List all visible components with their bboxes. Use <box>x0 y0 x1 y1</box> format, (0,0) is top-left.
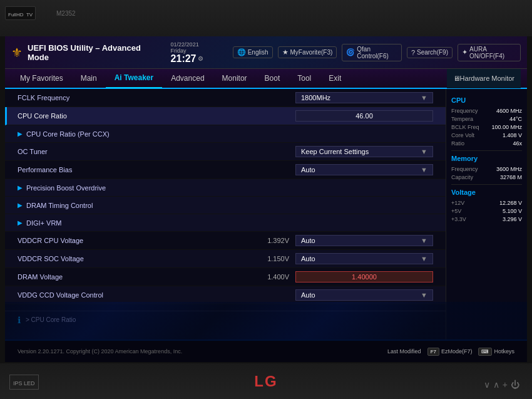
performance-bias-label: Performance Bias <box>18 166 295 174</box>
footer-bar: Version 2.20.1271. Copyright (C) 2020 Am… <box>5 339 527 362</box>
aura-icon: ✦ <box>462 48 468 56</box>
hw-mem-cap-row: Capacity 32768 M <box>451 174 522 180</box>
hw-core-volt-row: Core Volt 1.408 V <box>451 132 522 138</box>
footer-copyright: Version 2.20.1271. Copyright (C) 2020 Am… <box>18 348 182 355</box>
nav-main[interactable]: Main <box>72 68 106 88</box>
fclk-frequency-row: FCLK Frequency 1800MHz ▼ <box>5 89 446 107</box>
power-icon[interactable]: ⏻ <box>511 380 519 390</box>
performance-bias-dropdown[interactable]: Auto ▼ <box>295 164 433 175</box>
hw-33v-label: +3.3V <box>451 216 466 222</box>
cpu-core-ratio-row: CPU Core Ratio 46.00 <box>5 107 446 125</box>
nav-tool[interactable]: Tool <box>289 68 320 88</box>
dropdown-arrow-icon: ▼ <box>421 255 427 262</box>
vddcr-cpu-dropdown[interactable]: Auto ▼ <box>295 235 433 246</box>
myfavorite-button[interactable]: ★ MyFavorite(F3) <box>278 46 337 58</box>
ez-mode-btn[interactable]: F7 EzMode(F7) <box>427 348 473 356</box>
ips-led-badge: IPS LED <box>9 375 39 390</box>
vddcr-soc-row: VDDCR SOC Voltage 1.150V Auto ▼ <box>5 250 446 268</box>
hw-ratio-row: Ratio 46x <box>451 140 522 147</box>
fullhd-label: FullHD <box>8 12 23 18</box>
date-line: 01/22/2021 Friday <box>171 41 217 54</box>
nav-menu: My Favorites Main Ai Tweaker Advanced Mo… <box>5 69 527 89</box>
vddcr-soc-value[interactable]: Auto ▼ <box>295 253 433 264</box>
digi-vrm-row[interactable]: ▶ DIGI+ VRM <box>5 214 446 232</box>
monitor-bottom: IPS LED LG ∨ ∧ + ⏻ <box>0 363 532 399</box>
tv-label: TV <box>26 12 33 18</box>
hw-core-volt-label: Core Volt <box>451 132 474 138</box>
nav-ai-tweaker[interactable]: Ai Tweaker <box>106 68 162 88</box>
dram-timing-label: DRAM Timing Control <box>26 202 433 209</box>
aura-label: AURA ON/OFF(F4) <box>469 46 516 60</box>
oc-tuner-row: OC Tuner Keep Current Settings ▼ <box>5 143 446 161</box>
cpu-core-ratio-value[interactable]: 46.00 <box>295 110 433 122</box>
dram-voltage-value[interactable]: 1.40000 <box>295 271 433 282</box>
bios-header: ⚜ UEFI BIOS Utility – Advanced Mode 01/2… <box>5 36 527 69</box>
settings-icon[interactable]: ⚙ <box>198 55 203 62</box>
nav-up-icon[interactable]: ∧ <box>493 380 499 390</box>
fclk-label: FCLK Frequency <box>18 94 295 101</box>
hw-monitor-title: 🖥 Hardware Monitor <box>447 68 521 88</box>
vddcr-soc-number: 1.150V <box>252 255 289 262</box>
language-selector[interactable]: 🌐 English <box>233 46 273 58</box>
precision-boost-row[interactable]: ▶ Precision Boost Overdrive <box>5 179 446 197</box>
monitor-controls: ∨ ∧ + ⏻ <box>484 380 519 390</box>
vddcr-cpu-value[interactable]: Auto ▼ <box>295 235 433 246</box>
hw-divider-2 <box>451 184 522 185</box>
nav-plus-icon[interactable]: + <box>503 380 508 390</box>
hw-core-volt-value: 1.408 V <box>503 132 522 138</box>
fan-icon: 🌀 <box>346 48 355 56</box>
performance-bias-value[interactable]: Auto ▼ <box>295 164 433 175</box>
myfavorite-label: MyFavorite(F3) <box>290 49 333 56</box>
vddg-ccd-dropdown[interactable]: Auto ▼ <box>295 289 433 301</box>
vddcr-soc-dropdown[interactable]: Auto ▼ <box>295 253 433 264</box>
nav-boot[interactable]: Boot <box>256 68 289 88</box>
qfan-button[interactable]: 🌀 Qfan Control(F6) <box>342 44 402 61</box>
oc-tuner-dropdown[interactable]: Keep Current Settings ▼ <box>295 146 433 157</box>
hw-bclk-row: BCLK Freq 100.00 MHz <box>451 124 522 130</box>
dram-timing-row[interactable]: ▶ DRAM Timing Control <box>5 197 446 214</box>
hw-cpu-freq-value: 4600 MHz <box>496 108 522 114</box>
nav-down-icon[interactable]: ∨ <box>484 380 490 390</box>
search-icon: ? <box>411 49 415 56</box>
memory-section-title: Memory <box>451 155 522 162</box>
monitor-frame: FullHD TV M2352 ⚜ UEFI BIOS Utility – Ad… <box>0 0 532 399</box>
hw-cpu-temp-label: Tempera <box>451 116 473 122</box>
nav-my-favorites[interactable]: My Favorites <box>11 68 72 88</box>
hw-5v-label: +5V <box>451 208 461 214</box>
hw-ratio-label: Ratio <box>451 140 464 147</box>
hw-cpu-temp-value: 44°C <box>509 116 522 122</box>
hw-12v-row: +12V 12.268 V <box>451 200 522 206</box>
hw-cpu-temp-row: Tempera 44°C <box>451 116 522 122</box>
fclk-dropdown[interactable]: 1800MHz ▼ <box>295 92 433 103</box>
search-button[interactable]: ? Search(F9) <box>407 47 453 58</box>
hw-cpu-freq-label: Frequency <box>451 108 478 114</box>
language-label: English <box>248 49 269 56</box>
expand-arrow-icon: ▶ <box>18 184 23 191</box>
nav-monitor[interactable]: Monitor <box>213 68 256 88</box>
dropdown-arrow-icon: ▼ <box>421 148 427 155</box>
vddcr-cpu-number: 1.392V <box>252 237 289 244</box>
aura-button[interactable]: ✦ AURA ON/OFF(F4) <box>458 44 521 61</box>
nav-exit[interactable]: Exit <box>320 68 350 88</box>
vddcr-cpu-label: VDDCR CPU Voltage <box>18 237 252 244</box>
cpu-core-ratio-per-ccx-label: CPU Core Ratio (Per CCX) <box>26 130 433 138</box>
dram-voltage-number: 1.400V <box>252 273 289 281</box>
vddg-ccd-value[interactable]: Auto ▼ <box>295 289 433 301</box>
digi-vrm-label: DIGI+ VRM <box>26 219 433 227</box>
footer-buttons: Last Modified F7 EzMode(F7) ⌨ Hotkeys <box>387 348 514 356</box>
time-display: 21:27 <box>171 54 197 64</box>
cpu-core-ratio-per-ccx-row[interactable]: ▶ CPU Core Ratio (Per CCX) <box>5 125 446 143</box>
nav-advanced[interactable]: Advanced <box>162 68 213 88</box>
cpu-core-ratio-label: CPU Core Ratio <box>18 112 295 120</box>
dropdown-arrow-icon: ▼ <box>421 94 427 101</box>
dram-voltage-label: DRAM Voltage <box>18 273 252 281</box>
hw-mem-cap-label: Capacity <box>451 174 473 180</box>
hotkeys-btn[interactable]: ⌨ Hotkeys <box>478 348 514 356</box>
hw-mem-freq-row: Frequency 3600 MHz <box>451 166 522 172</box>
lg-brand-logo: LG <box>254 373 277 390</box>
dropdown-arrow-icon: ▼ <box>421 291 427 299</box>
hw-12v-value: 12.268 V <box>499 200 522 206</box>
fclk-value[interactable]: 1800MHz ▼ <box>295 92 433 103</box>
hw-divider-1 <box>451 150 522 151</box>
oc-tuner-value[interactable]: Keep Current Settings ▼ <box>295 146 433 157</box>
